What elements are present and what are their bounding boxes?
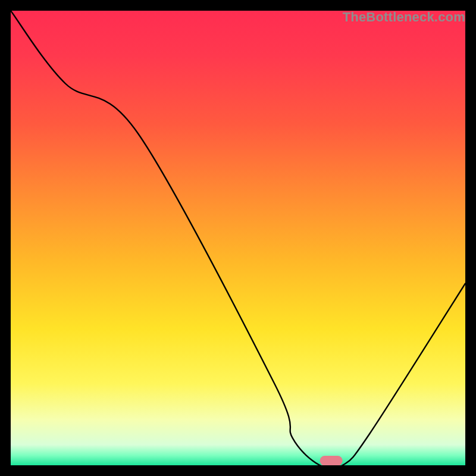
optimal-marker (320, 456, 343, 465)
watermark-text: TheBottleneck.com (343, 10, 465, 25)
plot-area: TheBottleneck.com (11, 11, 465, 465)
gradient-background (11, 11, 465, 465)
bottleneck-chart (11, 11, 465, 465)
chart-frame: TheBottleneck.com (0, 0, 476, 476)
